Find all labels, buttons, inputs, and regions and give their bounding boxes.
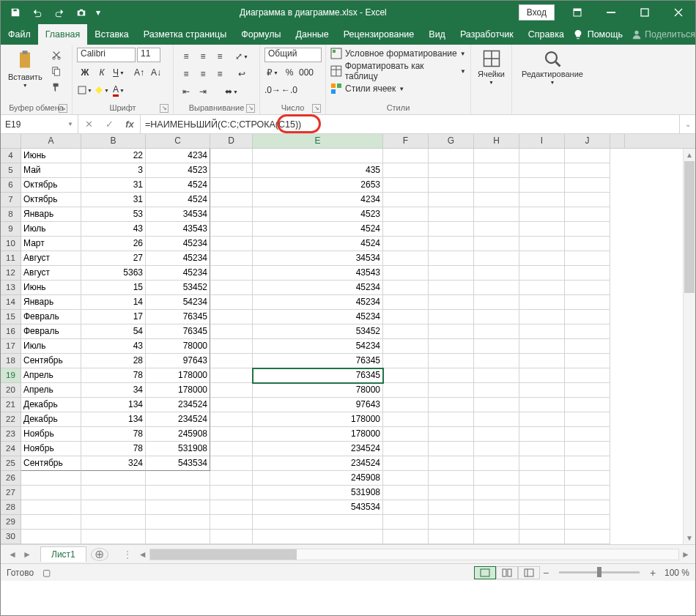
column-header-B[interactable]: B xyxy=(81,134,146,148)
cell[interactable] xyxy=(429,412,474,427)
cell[interactable] xyxy=(474,412,519,427)
scroll-left-icon[interactable]: ◄ xyxy=(136,549,149,560)
cell[interactable]: 4234 xyxy=(146,149,210,163)
cell[interactable] xyxy=(474,427,519,442)
zoom-level[interactable]: 100 % xyxy=(664,568,689,578)
cell[interactable]: 245908 xyxy=(146,427,210,442)
cell[interactable] xyxy=(519,324,565,339)
tab-data[interactable]: Данные xyxy=(289,24,336,45)
cell[interactable]: 45234 xyxy=(253,310,383,324)
currency-icon[interactable]: ₽▼ xyxy=(264,65,281,80)
cell[interactable]: 178000 xyxy=(253,412,383,427)
cell[interactable] xyxy=(383,149,429,163)
cell[interactable] xyxy=(474,500,519,515)
font-color-button[interactable]: A▼ xyxy=(111,83,127,97)
cell[interactable]: Апрель xyxy=(21,383,81,398)
cell[interactable] xyxy=(81,530,146,544)
cell[interactable] xyxy=(429,471,474,486)
align-bottom-icon[interactable]: ≡ xyxy=(212,49,228,64)
formula-input[interactable]: =НАИМЕНЬШИЙ(C:C;СТРОКА(C15)) xyxy=(141,115,679,133)
column-header-I[interactable]: I xyxy=(519,134,565,148)
scroll-down-icon[interactable]: ▼ xyxy=(684,532,695,544)
decrease-indent-icon[interactable]: ⇤ xyxy=(178,84,194,99)
row-header[interactable]: 29 xyxy=(1,515,21,530)
cell[interactable] xyxy=(210,398,253,412)
tab-help[interactable]: Справка xyxy=(521,24,571,45)
column-header-H[interactable]: H xyxy=(474,134,519,148)
cell[interactable]: Август xyxy=(21,251,81,266)
cell[interactable] xyxy=(146,530,210,544)
cell[interactable] xyxy=(565,149,610,163)
column-header-A[interactable]: A xyxy=(21,134,81,148)
cell[interactable] xyxy=(429,530,474,544)
cell[interactable]: 34534 xyxy=(253,251,383,266)
cancel-formula-icon[interactable]: ✕ xyxy=(78,119,99,130)
enter-formula-icon[interactable]: ✓ xyxy=(99,119,119,130)
cell[interactable] xyxy=(429,500,474,515)
cell[interactable] xyxy=(210,193,253,207)
cell[interactable] xyxy=(253,149,383,163)
cell[interactable] xyxy=(565,237,610,251)
align-top-icon[interactable]: ≡ xyxy=(178,49,194,64)
cell[interactable]: Май xyxy=(21,163,81,178)
cell[interactable] xyxy=(383,398,429,412)
font-name-select[interactable]: Calibri xyxy=(77,48,136,62)
cell[interactable]: 78000 xyxy=(146,339,210,354)
cell[interactable] xyxy=(253,515,383,530)
scroll-right-icon[interactable]: ► xyxy=(679,549,692,560)
number-launcher-icon[interactable]: ↘ xyxy=(312,104,321,113)
cell[interactable]: 543534 xyxy=(253,500,383,515)
cell[interactable] xyxy=(210,456,253,471)
cell[interactable]: 31 xyxy=(81,193,146,207)
cell[interactable] xyxy=(519,266,565,281)
column-header-partial[interactable] xyxy=(610,134,625,148)
cell[interactable] xyxy=(565,178,610,193)
cell[interactable]: 178000 xyxy=(146,383,210,398)
cell[interactable] xyxy=(383,500,429,515)
cell[interactable]: Июль xyxy=(21,339,81,354)
cell[interactable] xyxy=(146,471,210,486)
row-header[interactable]: 19 xyxy=(1,368,21,383)
cell[interactable] xyxy=(565,193,610,207)
cell[interactable]: 3 xyxy=(81,163,146,178)
cell[interactable] xyxy=(519,486,565,500)
cell[interactable] xyxy=(21,486,81,500)
cell[interactable] xyxy=(429,266,474,281)
cell[interactable] xyxy=(383,207,429,222)
cell[interactable] xyxy=(210,412,253,427)
cell[interactable] xyxy=(565,281,610,295)
paste-button[interactable]: Вставить ▼ xyxy=(5,48,45,89)
cell[interactable] xyxy=(429,310,474,324)
cell[interactable] xyxy=(565,266,610,281)
cell[interactable] xyxy=(474,207,519,222)
cell[interactable]: 28 xyxy=(81,354,146,368)
increase-decimal-icon[interactable]: .0→ xyxy=(264,83,281,97)
align-middle-icon[interactable]: ≡ xyxy=(195,49,211,64)
tab-review[interactable]: Рецензирование xyxy=(336,24,422,45)
cell[interactable] xyxy=(210,530,253,544)
cell[interactable] xyxy=(519,471,565,486)
cell[interactable] xyxy=(210,207,253,222)
tell-me-label[interactable]: Помощь xyxy=(588,29,623,40)
cell[interactable]: 34 xyxy=(81,383,146,398)
font-size-select[interactable]: 11 xyxy=(137,48,160,62)
cell[interactable] xyxy=(565,515,610,530)
cell[interactable] xyxy=(429,281,474,295)
cell[interactable]: Октябрь xyxy=(21,193,81,207)
cell[interactable] xyxy=(383,471,429,486)
cell[interactable]: Сентябрь xyxy=(21,456,81,471)
cell[interactable] xyxy=(519,207,565,222)
cell[interactable] xyxy=(429,178,474,193)
cell[interactable]: 97643 xyxy=(146,354,210,368)
cell[interactable]: 26 xyxy=(81,237,146,251)
cell[interactable] xyxy=(474,193,519,207)
cell[interactable]: 43543 xyxy=(146,222,210,237)
cell[interactable]: 78 xyxy=(81,442,146,456)
cell[interactable] xyxy=(565,398,610,412)
cell[interactable] xyxy=(519,515,565,530)
row-header[interactable]: 30 xyxy=(1,530,21,544)
cell[interactable]: 76345 xyxy=(146,310,210,324)
cell[interactable] xyxy=(253,530,383,544)
cell[interactable] xyxy=(565,471,610,486)
alignment-launcher-icon[interactable]: ↘ xyxy=(246,104,255,113)
